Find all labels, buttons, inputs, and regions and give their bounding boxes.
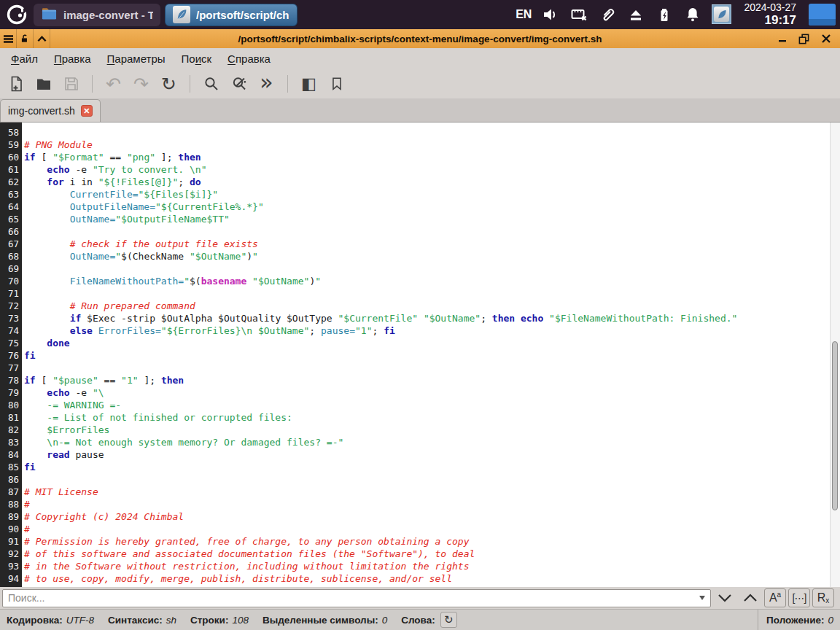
search-history-dropdown-icon[interactable] [699,596,705,600]
code-line[interactable]: fi [24,461,840,473]
code-line[interactable]: echo -e "\ [24,386,840,399]
clock[interactable]: 2024-03-27 19:17 [744,1,796,28]
code-line[interactable]: else ErrorFiles="${ErrorFiles}\n $OutNam… [24,324,840,337]
line-number: 62 [0,176,19,188]
status-position: Положение:0 [758,610,833,630]
code-line[interactable]: OutName="$OutputFileName$TT" [24,213,840,225]
line-number: 92 [0,548,19,560]
line-number: 77 [0,362,19,374]
line-number: 85 [0,461,19,473]
side-pane-icon[interactable]: ◧ [299,74,319,94]
close-icon[interactable] [821,34,831,44]
status-encoding: Кодировка:UTF-8 [7,615,94,626]
code-line[interactable] [24,126,840,139]
code-line[interactable]: # check if the output file exists [24,238,840,250]
find-next-icon[interactable] [713,588,736,607]
replace-icon[interactable] [229,74,249,94]
start-menu-logo-icon[interactable] [4,2,29,27]
code-line[interactable]: -= WARNING =- [24,399,840,411]
menu-search[interactable]: Поиск [174,50,220,67]
code-line[interactable]: # in the Software without restriction, i… [24,560,840,572]
reload-icon[interactable]: ↻ [159,74,179,94]
code-line[interactable]: # PNG Module [24,139,840,151]
code-line[interactable]: CurrentFile="${Files[$i]}" [24,188,840,201]
menu-file[interactable]: Файл [3,50,46,67]
jump-icon[interactable]: » [257,74,276,94]
find-previous-icon[interactable] [739,588,762,607]
line-number: 69 [0,262,19,275]
menu-help[interactable]: Справка [219,50,279,67]
line-number: 70 [0,275,19,287]
featherpad-tray-icon[interactable] [712,4,731,24]
code-line[interactable]: # Run prepared command [24,300,840,312]
code-line[interactable]: fi [24,349,840,362]
code-line[interactable]: # [24,498,840,510]
tab-close-icon[interactable]: ✕ [81,105,93,117]
eject-icon[interactable] [626,5,645,24]
window-menu-icon[interactable] [0,29,17,48]
open-folder-icon[interactable] [34,74,53,94]
code-line[interactable]: $ErrorFiles [24,424,840,436]
workspace-switcher[interactable] [809,4,836,26]
keyboard-layout-indicator[interactable]: EN [516,8,532,21]
code-line[interactable]: # Copyright (c) 2024 Chimbal [24,510,840,523]
code-line[interactable]: if $Exec -strip $OutAlpha $OutQuality $O… [24,312,840,324]
code-line[interactable]: # of this software and associated docume… [24,548,840,560]
maximize-icon[interactable] [798,34,809,44]
code-line[interactable]: done [24,337,840,349]
refresh-word-count-icon[interactable]: ↻ [440,612,457,628]
tab-img-convert[interactable]: img-convert.sh ✕ [0,99,101,122]
battery-icon[interactable] [655,5,674,24]
paperclip-icon[interactable] [598,5,617,24]
clock-time: 19:17 [744,13,796,28]
line-number: 68 [0,250,19,262]
code-line[interactable]: OutputFileName="${CurrentFile%.*}" [24,201,840,213]
network-offline-icon[interactable] [569,5,588,24]
taskbar-window-featherpad[interactable]: /portsoft/script/chi... [165,4,298,26]
code-line[interactable]: # [24,523,840,535]
code-line[interactable]: # Permission is hereby granted, free of … [24,535,840,548]
line-number: 66 [0,225,19,238]
code-line[interactable]: for i in "${!Files[@]}"; do [24,176,840,188]
scrollbar-thumb[interactable] [832,341,838,510]
code-area[interactable]: # PNG Moduleif [ "$Format" == "png" ]; t… [22,122,840,587]
code-line[interactable]: if [ "$Format" == "png" ]; then [24,151,840,163]
code-line[interactable] [24,262,840,275]
search-input[interactable] [2,589,711,607]
code-line[interactable] [24,473,840,486]
code-line[interactable]: # MIT License [24,486,840,498]
notifications-icon[interactable] [683,5,702,24]
menu-edit[interactable]: Правка [46,50,99,67]
code-line[interactable] [24,362,840,374]
vertical-scrollbar[interactable] [830,122,840,587]
window-titlebar[interactable]: /portsoft/script/chimbalix-scripts/conte… [0,29,840,48]
taskbar-window-title: /portsoft/script/chi... [196,9,289,21]
regex-button[interactable]: Rx [812,588,834,607]
menu-options[interactable]: Параметры [99,50,174,67]
taskbar-window-title: image-convert - Th... [63,9,153,21]
search-icon[interactable] [201,74,221,94]
unlock-icon[interactable] [17,29,34,48]
code-line[interactable]: -= List of not finished or corrupted fil… [24,411,840,424]
new-file-icon[interactable] [6,74,26,94]
line-number: 94 [0,572,19,585]
code-line[interactable]: read pause [24,448,840,461]
bookmark-icon[interactable] [327,74,346,94]
match-case-button[interactable]: Aa [764,588,786,607]
line-number: 71 [0,287,19,300]
code-line[interactable] [24,287,840,300]
minimize-icon[interactable] [778,34,787,43]
code-line[interactable]: # to use, copy, modify, merge, publish, … [24,572,840,585]
whole-word-button[interactable]: [⋯] [788,588,810,607]
code-line[interactable]: echo -e "Try to convert. \n" [24,163,840,176]
taskbar-window-file-manager[interactable]: image-convert - Th... [34,4,160,26]
code-line[interactable]: FileNameWithoutPath="$(basename "$OutNam… [24,275,840,287]
shade-icon[interactable] [34,29,50,48]
code-line[interactable]: if [ "$pause" == "1" ]; then [24,374,840,386]
volume-icon[interactable] [541,5,560,24]
feather-icon [173,6,190,23]
line-number: 87 [0,486,19,498]
code-line[interactable]: \n-= Not enough system memory? Or damage… [24,436,840,448]
code-line[interactable]: OutName="$(CheckName "$OutName")" [24,250,840,262]
code-line[interactable] [24,225,840,238]
